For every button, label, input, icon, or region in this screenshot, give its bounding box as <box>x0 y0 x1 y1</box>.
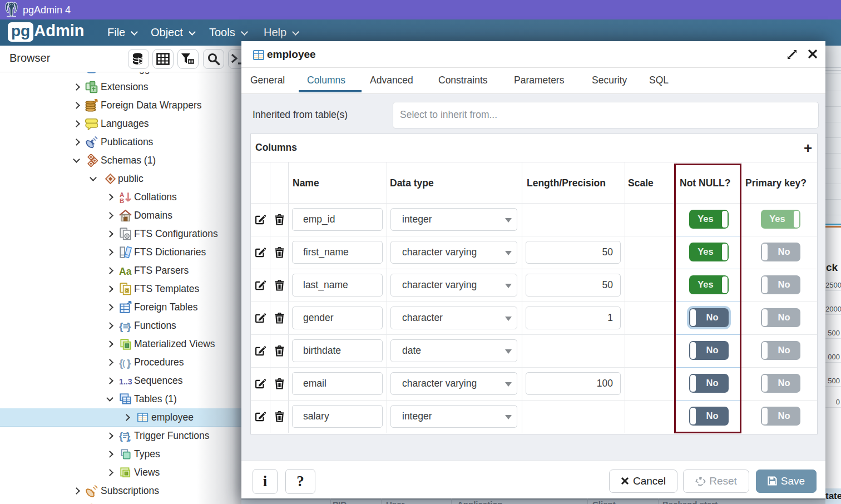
svg-text:Aa: Aa <box>119 266 132 277</box>
svg-text:1..3: 1..3 <box>119 377 132 386</box>
svg-text:( ): ( ) <box>122 359 130 368</box>
svg-text:{: { <box>119 431 123 442</box>
svg-text:{: { <box>119 320 123 332</box>
svg-text:B: B <box>120 197 124 204</box>
